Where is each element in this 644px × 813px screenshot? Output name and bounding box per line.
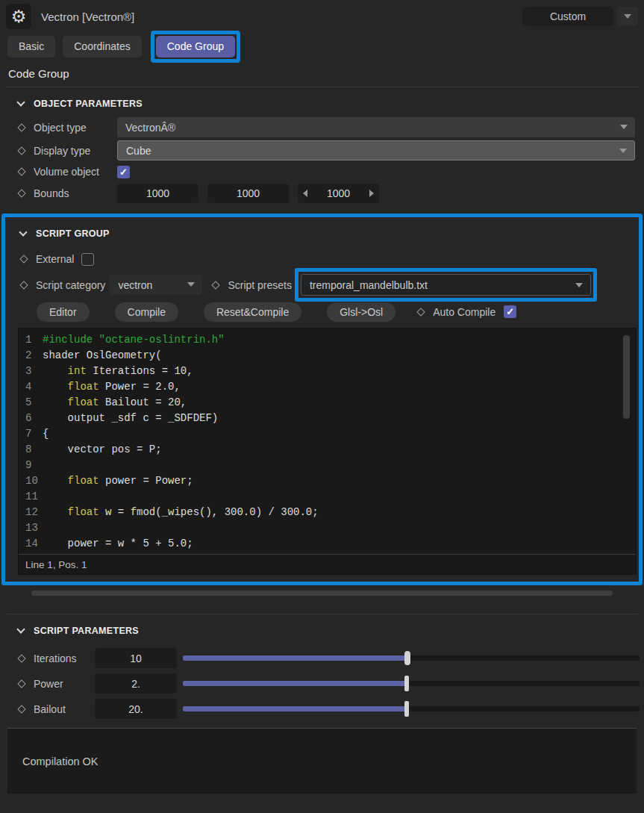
section-title: OBJECT PARAMETERS <box>34 99 143 109</box>
annotation-highlight-code-group-tab: Code Group <box>151 31 240 63</box>
compile-button[interactable]: Compile <box>115 302 178 322</box>
code-line[interactable]: 4 float Power = 2.0, <box>19 379 616 395</box>
code-line[interactable]: 12 float w = fmod(_wipes(), 300.0) / 300… <box>19 505 616 520</box>
script-group-header[interactable]: SCRIPT GROUP <box>5 227 639 240</box>
power-slider[interactable] <box>183 681 640 686</box>
code-line[interactable]: 10 float power = Power; <box>19 473 616 489</box>
script-buttons-row: Editor Compile Reset&Compile Glsl->Osl A… <box>37 302 630 322</box>
script-presets-select[interactable]: tremporal_mandelbulb.txt <box>301 274 591 296</box>
glsl-to-osl-button[interactable]: Glsl->Osl <box>327 302 396 322</box>
pin-diamond-icon <box>212 281 220 289</box>
script-category-row: Script category vectron Script presets t… <box>19 275 597 295</box>
power-value-field[interactable]: 2. <box>95 673 177 694</box>
pin-diamond-icon <box>17 654 25 662</box>
slider-handle[interactable] <box>404 651 410 665</box>
tab-bar: Basic Coordinates Code Group <box>0 30 644 63</box>
display-type-value: Cube <box>126 145 151 157</box>
external-checkbox[interactable] <box>81 253 94 266</box>
tab-code-group[interactable]: Code Group <box>156 36 235 57</box>
code-text: output _sdf c = _SDFDEF) <box>43 411 218 426</box>
code-lines: 1#include "octane-oslintrin.h"2shader Os… <box>19 332 616 552</box>
compilation-status-message: Compilation OK <box>22 756 99 767</box>
compile-button-label: Compile <box>128 306 166 318</box>
tab-coordinates[interactable]: Coordinates <box>63 36 142 57</box>
script-parameters-header[interactable]: SCRIPT PARAMETERS <box>0 624 644 638</box>
code-line[interactable]: 13 <box>19 520 616 536</box>
annotation-highlight-script-presets: tremporal_mandelbulb.txt <box>295 268 597 302</box>
slider-handle[interactable] <box>404 701 409 717</box>
editor-status-bar: Line 1, Pos. 1 <box>19 554 636 574</box>
line-number: 12 <box>19 505 43 520</box>
object-type-value: VectronÂ® <box>125 122 175 134</box>
bounds-y-field[interactable]: 1000 <box>207 184 289 203</box>
divider <box>7 87 638 87</box>
code-line[interactable]: 9 <box>19 458 616 473</box>
code-line[interactable]: 2shader OslGeometry( <box>19 348 616 364</box>
pin-diamond-icon <box>416 308 425 316</box>
bailout-slider[interactable] <box>183 706 640 711</box>
bounds-y-value: 1000 <box>237 187 260 199</box>
script-category-select[interactable]: vectron <box>110 275 202 295</box>
editor-button-label: Editor <box>49 306 77 318</box>
vertical-scrollbar[interactable] <box>623 335 630 419</box>
section-title: SCRIPT GROUP <box>36 228 110 239</box>
editor-button[interactable]: Editor <box>37 302 90 322</box>
line-number: 10 <box>19 473 43 489</box>
bounds-x-field[interactable]: 1000 <box>117 184 198 203</box>
reset-compile-button-label: Reset&Compile <box>216 306 289 318</box>
pin-diamond-icon <box>19 255 28 263</box>
iterations-slider[interactable] <box>183 655 640 661</box>
increment-arrow-icon[interactable] <box>369 190 374 197</box>
object-type-select[interactable]: VectronÂ® <box>117 117 635 137</box>
node-title: Vectron [Vectron®] <box>41 10 134 23</box>
auto-compile-checkbox[interactable]: ✓ <box>504 305 516 318</box>
bailout-label: Bailout <box>34 703 92 715</box>
chevron-down-icon <box>575 283 583 287</box>
code-line[interactable]: 7{ <box>19 426 616 442</box>
code-line[interactable]: 5 float Bailout = 20, <box>19 395 616 411</box>
preset-selector-arrow-button[interactable] <box>617 7 638 26</box>
section-title: SCRIPT PARAMETERS <box>34 626 139 636</box>
code-text: float Bailout = 20, <box>43 395 187 411</box>
preset-selector[interactable]: Custom <box>522 7 613 26</box>
pin-diamond-icon <box>19 281 28 289</box>
code-editor: 1#include "octane-oslintrin.h"2shader Os… <box>18 328 637 575</box>
code-text: int Iterations = 10, <box>43 364 193 379</box>
bounds-z-value: 1000 <box>327 187 350 199</box>
collapse-chevron-icon <box>19 228 27 236</box>
vectron-node-icon: ⚙ <box>6 4 31 29</box>
tab-basic[interactable]: Basic <box>7 36 55 57</box>
code-text: vector pos = P; <box>43 442 162 458</box>
volume-object-label: Volume object <box>34 166 117 178</box>
decrement-arrow-icon[interactable] <box>303 190 307 197</box>
volume-object-checkbox[interactable]: ✓ <box>117 166 130 178</box>
chevron-down-icon <box>624 14 631 19</box>
display-type-select[interactable]: Cube <box>117 140 635 161</box>
reset-compile-button[interactable]: Reset&Compile <box>204 302 301 322</box>
bailout-value: 20. <box>128 703 143 715</box>
chevron-down-icon <box>619 149 627 153</box>
bounds-label: Bounds <box>34 187 117 199</box>
code-line[interactable]: 1#include "octane-oslintrin.h" <box>19 332 616 348</box>
power-value: 2. <box>131 678 140 690</box>
node-header: ⚙ Vectron [Vectron®] Custom <box>0 0 644 33</box>
gear-icon: ⚙ <box>11 7 27 27</box>
page-title: Code Group <box>0 63 644 82</box>
bailout-value-field[interactable]: 20. <box>95 699 177 719</box>
code-line[interactable]: 6 output _sdf c = _SDFDEF) <box>19 411 616 426</box>
bailout-row: Bailout 20. <box>16 699 640 719</box>
bounds-z-field[interactable]: 1000 <box>298 184 379 203</box>
tab-coordinates-label: Coordinates <box>74 40 131 52</box>
code-line[interactable]: 14 power = w * 5 + 5.0; <box>19 536 616 552</box>
horizontal-scrollbar[interactable] <box>31 591 613 596</box>
cursor-position-status: Line 1, Pos. 1 <box>25 559 87 570</box>
code-line[interactable]: 3 int Iterations = 10, <box>19 364 616 379</box>
code-line[interactable]: 11 <box>19 489 616 505</box>
slider-handle[interactable] <box>404 676 409 691</box>
line-number: 9 <box>19 458 43 473</box>
iterations-value-field[interactable]: 10 <box>95 648 177 668</box>
code-text-area[interactable]: 1#include "octane-oslintrin.h"2shader Os… <box>19 328 636 554</box>
object-parameters-header[interactable]: OBJECT PARAMETERS <box>0 97 644 110</box>
code-line[interactable]: 8 vector pos = P; <box>19 442 616 458</box>
line-number: 8 <box>19 442 43 458</box>
